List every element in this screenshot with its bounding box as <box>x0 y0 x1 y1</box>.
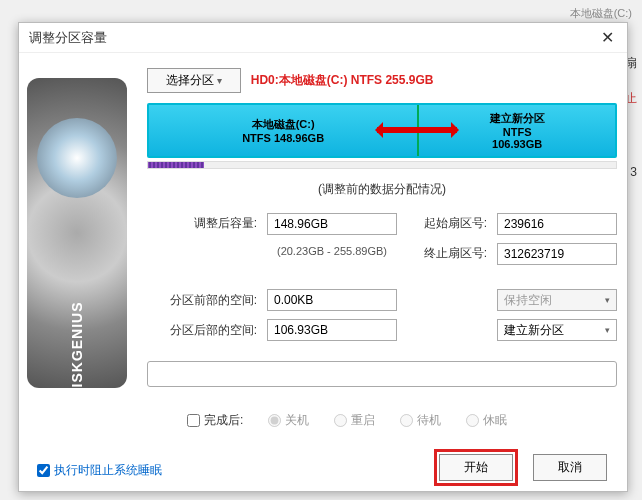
finish-checkbox[interactable]: 完成后: <box>187 412 243 429</box>
start-sector-input[interactable] <box>497 213 617 235</box>
usage-fill <box>148 162 204 168</box>
partition-segment-c[interactable]: 本地磁盘(C:) NTFS 148.96GB <box>149 105 419 156</box>
end-sector-input[interactable] <box>497 243 617 265</box>
sidebar: DISKGENIUS <box>19 53 127 491</box>
partition-bar[interactable]: 本地磁盘(C:) NTFS 148.96GB 建立新分区 NTFS 106.93… <box>147 103 617 158</box>
dialog-title: 调整分区容量 <box>29 29 597 47</box>
disk-info: HD0:本地磁盘(C:) NTFS 255.9GB <box>251 72 434 89</box>
space-before-dropdown[interactable]: 保持空闲 <box>497 289 617 311</box>
finish-check-input[interactable] <box>187 414 200 427</box>
usage-strip <box>147 161 617 169</box>
opt-restart[interactable]: 重启 <box>334 412 375 429</box>
cancel-button[interactable]: 取消 <box>533 454 607 481</box>
space-before-label: 分区前部的空间: <box>147 292 257 309</box>
hdd-brand: DISKGENIUS <box>69 301 85 388</box>
finish-label: 完成后: <box>204 412 243 429</box>
hdd-image: DISKGENIUS <box>27 78 127 388</box>
start-sector-label: 起始扇区号: <box>407 215 487 232</box>
size-range: (20.23GB - 255.89GB) <box>267 245 397 257</box>
prevent-sleep-checkbox[interactable]: 执行时阻止系统睡眠 <box>37 462 162 479</box>
progress-bar <box>147 361 617 387</box>
end-sector-label: 终止扇区号: <box>407 245 487 262</box>
start-button[interactable]: 开始 <box>439 454 513 481</box>
prevent-sleep-label: 执行时阻止系统睡眠 <box>54 462 162 479</box>
bg-title: 本地磁盘(C:) <box>570 6 632 21</box>
after-size-input[interactable] <box>267 213 397 235</box>
partition-new-size: 106.93GB <box>492 138 542 150</box>
space-after-label: 分区后部的空间: <box>147 322 257 339</box>
pre-data-label: (调整前的数据分配情况) <box>147 181 617 198</box>
partition-new-fs: NTFS <box>503 126 532 138</box>
space-after-dropdown[interactable]: 建立新分区 <box>497 319 617 341</box>
titlebar: 调整分区容量 ✕ <box>19 23 627 53</box>
space-before-input[interactable] <box>267 289 397 311</box>
partition-new-title: 建立新分区 <box>490 111 545 126</box>
partition-c-title: 本地磁盘(C:) <box>252 117 315 132</box>
close-icon[interactable]: ✕ <box>597 28 617 48</box>
opt-standby[interactable]: 待机 <box>400 412 441 429</box>
partition-c-sub: NTFS 148.96GB <box>242 132 324 144</box>
prevent-sleep-input[interactable] <box>37 464 50 477</box>
opt-hibernate[interactable]: 休眠 <box>466 412 507 429</box>
resize-arrow-icon <box>377 127 457 133</box>
select-partition-button[interactable]: 选择分区 <box>147 68 241 93</box>
after-size-label: 调整后容量: <box>147 215 257 232</box>
opt-shutdown[interactable]: 关机 <box>268 412 309 429</box>
resize-partition-dialog: 调整分区容量 ✕ DISKGENIUS 选择分区 HD0:本地磁盘(C:) NT… <box>18 22 628 492</box>
space-after-input[interactable] <box>267 319 397 341</box>
